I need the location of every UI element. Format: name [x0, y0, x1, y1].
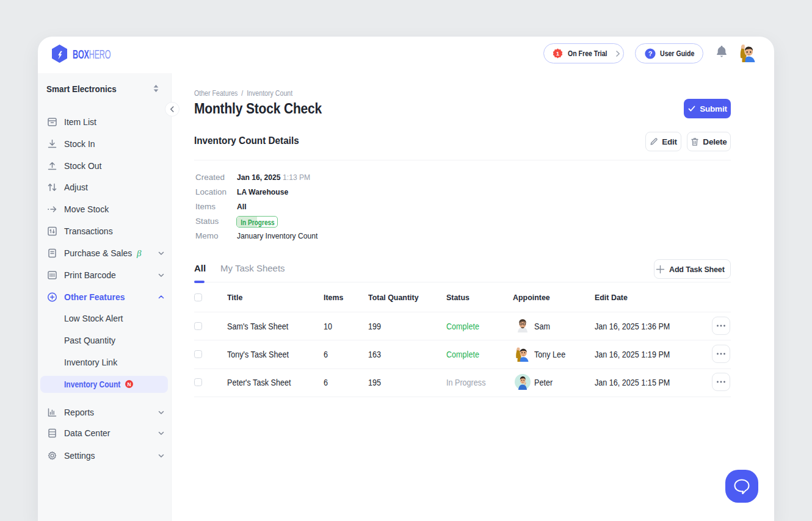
svg-text:1: 1	[556, 51, 559, 57]
svg-text:N: N	[127, 381, 131, 387]
svg-text:?: ?	[648, 50, 653, 57]
